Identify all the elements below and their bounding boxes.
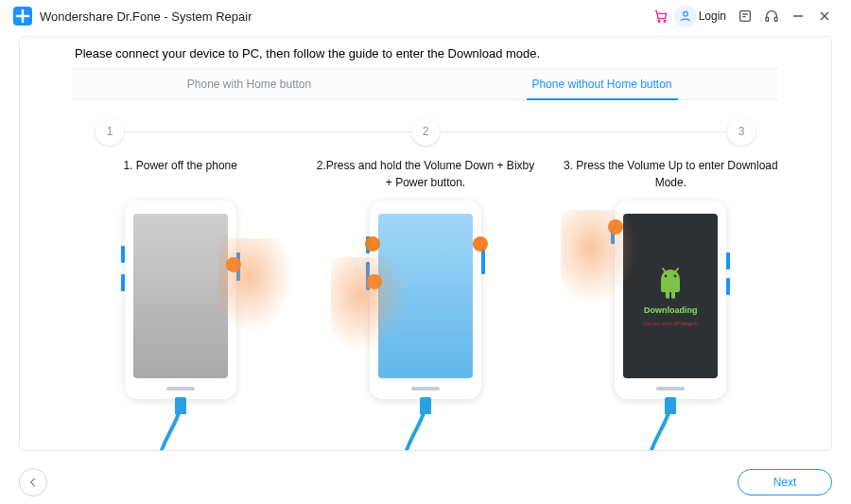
svg-rect-5 <box>766 17 769 21</box>
finger-press-icon <box>473 236 488 252</box>
svg-point-3 <box>683 11 687 16</box>
step-circle-3: 3 <box>727 117 755 146</box>
finger-press-icon <box>365 236 380 252</box>
footer-bar: Next <box>0 461 851 504</box>
step-circle-1: 1 <box>96 117 124 146</box>
close-button[interactable] <box>811 3 838 29</box>
phone-screen-boot <box>378 214 473 378</box>
support-icon[interactable] <box>758 3 785 29</box>
download-warning: Do not turn off target!! <box>643 321 698 326</box>
phone-step-1 <box>67 200 294 399</box>
tab-no-home-button[interactable]: Phone without Home button <box>426 69 778 99</box>
phone-illustrations: Downloading Do not turn off target!! <box>58 200 793 399</box>
feedback-icon[interactable] <box>732 3 758 29</box>
account-icon[interactable] <box>674 5 697 27</box>
phone-step-3: Downloading Do not turn off target!! <box>557 200 784 399</box>
instruction-text: Please connect your device to PC, then f… <box>20 37 831 68</box>
svg-point-8 <box>674 275 677 278</box>
tab-label: Phone with Home button <box>187 78 311 91</box>
next-button-label: Next <box>773 476 797 489</box>
tab-home-button[interactable]: Phone with Home button <box>73 69 426 99</box>
tabs: Phone with Home button Phone without Hom… <box>73 68 778 100</box>
tab-label: Phone without Home button <box>531 78 671 91</box>
step-caption-1: 1. Power off the phone <box>58 157 303 191</box>
step-captions: 1. Power off the phone 2.Press and hold … <box>58 157 793 191</box>
main-panel: Please connect your device to PC, then f… <box>19 36 832 451</box>
phone-step-2 <box>312 200 539 399</box>
step-indicator: 1 2 3 <box>96 117 755 146</box>
android-icon <box>655 266 686 300</box>
download-status: Downloading <box>644 305 698 315</box>
title-bar: Wondershare Dr.Fone - System Repair Logi… <box>0 0 851 32</box>
svg-rect-6 <box>774 17 777 21</box>
cart-icon[interactable] <box>648 3 674 29</box>
phone-screen-off <box>133 214 228 378</box>
step-caption-2: 2.Press and hold the Volume Down + Bixby… <box>303 157 547 191</box>
cable-icon <box>642 384 699 451</box>
back-button[interactable] <box>19 468 47 496</box>
cable-icon <box>152 384 209 451</box>
svg-point-2 <box>664 20 666 22</box>
phone-screen-download-mode: Downloading Do not turn off target!! <box>623 214 718 378</box>
finger-press-icon <box>226 257 241 272</box>
next-button[interactable]: Next <box>738 469 832 495</box>
app-title: Wondershare Dr.Fone - System Repair <box>40 9 252 24</box>
login-link[interactable]: Login <box>699 9 726 23</box>
svg-point-7 <box>665 275 668 278</box>
step-circle-2: 2 <box>411 117 440 146</box>
cable-icon <box>397 384 454 451</box>
app-logo-icon <box>13 7 32 26</box>
svg-point-1 <box>658 20 660 22</box>
minimize-button[interactable] <box>785 3 811 29</box>
step-caption-3: 3. Press the Volume Up to enter Download… <box>548 157 793 191</box>
finger-press-icon <box>367 274 382 289</box>
